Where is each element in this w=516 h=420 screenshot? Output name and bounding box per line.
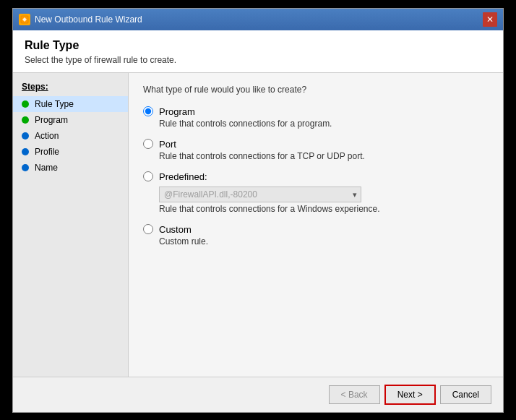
sidebar-label-name: Name [35,163,58,173]
label-predefined[interactable]: Predefined: [159,171,207,182]
main-question: What type of rule would you like to crea… [143,85,489,95]
predefined-dropdown-container: @FirewallAPI.dll,-80200 [159,187,489,202]
footer: < Back Next > Cancel [13,377,503,412]
sidebar-label-rule-type: Rule Type [35,99,74,109]
predefined-select[interactable]: @FirewallAPI.dll,-80200 [159,187,361,202]
option-predefined: Predefined: @FirewallAPI.dll,-80200 Rule… [143,171,489,214]
select-wrapper: @FirewallAPI.dll,-80200 [159,187,361,202]
dot-icon [22,100,29,108]
next-button[interactable]: Next > [384,385,436,405]
dot-icon [22,164,29,171]
radio-group: Program Rule that controls connections f… [143,106,489,247]
wizard-window: New Outbound Rule Wizard ✕ Rule Type Sel… [12,8,504,413]
title-bar-icon [19,14,30,25]
sidebar-item-profile[interactable]: Profile [13,144,128,160]
dot-icon [22,132,29,140]
radio-program[interactable] [143,106,153,116]
radio-predefined[interactable] [143,171,153,181]
back-button[interactable]: < Back [329,385,380,404]
content-area: Steps: Rule Type Program Action Profile … [13,73,503,377]
option-port-row: Port [143,139,489,150]
desc-program: Rule that controls connections for a pro… [159,119,489,129]
title-bar: New Outbound Rule Wizard ✕ [13,9,503,30]
desc-predefined: Rule that controls connections for a Win… [159,204,489,214]
desc-port: Rule that controls connections for a TCP… [159,151,489,161]
title-bar-title: New Outbound Rule Wizard [35,14,483,25]
sidebar: Steps: Rule Type Program Action Profile … [13,73,129,377]
header-section: Rule Type Select the type of firewall ru… [13,30,503,73]
steps-label: Steps: [13,82,128,96]
radio-custom[interactable] [143,224,153,234]
dot-icon [22,116,29,124]
sidebar-label-program: Program [35,115,68,125]
option-program: Program Rule that controls connections f… [143,106,489,129]
label-custom[interactable]: Custom [159,224,192,235]
close-button[interactable]: ✕ [483,12,497,27]
sidebar-label-action: Action [35,131,59,141]
desc-custom: Custom rule. [159,236,489,247]
sidebar-item-program[interactable]: Program [13,112,128,128]
sidebar-item-name[interactable]: Name [13,160,128,176]
cancel-button[interactable]: Cancel [440,385,491,404]
radio-port[interactable] [143,139,153,149]
option-predefined-row: Predefined: [143,171,489,182]
page-title: Rule Type [25,39,491,52]
label-port[interactable]: Port [159,139,176,150]
option-program-row: Program [143,106,489,117]
main-panel: What type of rule would you like to crea… [129,73,503,377]
dot-icon [22,148,29,155]
sidebar-label-profile: Profile [35,147,59,157]
option-custom: Custom Custom rule. [143,224,489,247]
option-port: Port Rule that controls connections for … [143,139,489,161]
page-subtitle: Select the type of firewall rule to crea… [25,55,491,65]
sidebar-item-rule-type[interactable]: Rule Type [13,96,128,112]
sidebar-item-action[interactable]: Action [13,128,128,144]
option-custom-row: Custom [143,224,489,235]
label-program[interactable]: Program [159,106,195,117]
